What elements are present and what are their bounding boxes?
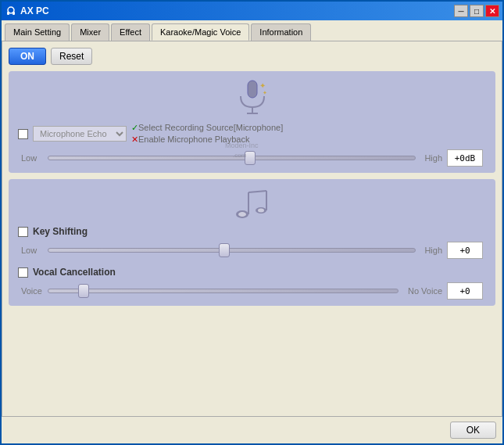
key-slider-high-label: High bbox=[420, 246, 442, 255]
mic-value-box[interactable]: +0dB bbox=[447, 149, 483, 167]
svg-rect-3 bbox=[248, 81, 257, 98]
close-button[interactable]: ✕ bbox=[485, 5, 499, 17]
mic-slider-low-label: Low bbox=[21, 153, 43, 163]
key-value-box[interactable]: +0 bbox=[447, 242, 483, 259]
headphones-icon bbox=[5, 5, 17, 17]
vocal-slider-row: Voice No Voice +0 bbox=[18, 282, 486, 300]
vocal-slider-thumb[interactable] bbox=[78, 284, 89, 298]
main-window: AX PC ─ □ ✕ Main Setting Mixer Effect Ka… bbox=[0, 0, 504, 445]
vocal-slider-novoice-label: No Voice bbox=[403, 286, 442, 296]
svg-rect-1 bbox=[7, 12, 9, 15]
mic-slider-high-label: High bbox=[420, 153, 442, 163]
tab-karaoke-magic-voice[interactable]: Karaoke/Magic Voice bbox=[152, 23, 249, 41]
minimize-button[interactable]: ─ bbox=[454, 5, 468, 17]
key-shifting-row: Key Shifting bbox=[18, 226, 486, 237]
status-select-recording: ✓Select Recording Source[Microphone] bbox=[131, 123, 283, 133]
tab-content: ON Reset ✦ ✦ Microphone Echo bbox=[2, 41, 502, 417]
tab-bar: Main Setting Mixer Effect Karaoke/Magic … bbox=[2, 20, 502, 41]
key-shifting-checkbox[interactable] bbox=[18, 227, 28, 237]
svg-text:✦: ✦ bbox=[259, 81, 266, 90]
microphone-icon: ✦ ✦ bbox=[233, 77, 272, 117]
key-slider-track[interactable] bbox=[48, 248, 416, 253]
microphone-checkbox[interactable] bbox=[18, 129, 28, 139]
vocal-slider-track[interactable] bbox=[48, 289, 399, 293]
svg-point-13 bbox=[258, 209, 264, 213]
title-bar-left: AX PC bbox=[5, 5, 49, 17]
tab-information[interactable]: Information bbox=[251, 23, 311, 41]
status-enable-playback: ✕Enable Microphone Playback bbox=[131, 135, 283, 145]
vocal-cancellation-checkbox[interactable] bbox=[18, 267, 28, 278]
window-title: AX PC bbox=[20, 5, 49, 16]
title-bar: AX PC ─ □ ✕ bbox=[2, 2, 502, 20]
mic-slider-thumb[interactable] bbox=[245, 151, 256, 165]
vocal-value-box[interactable]: +0 bbox=[447, 282, 483, 300]
toolbar: ON Reset bbox=[9, 48, 495, 65]
tab-effect[interactable]: Effect bbox=[111, 23, 150, 41]
mic-slider-track[interactable] bbox=[48, 156, 416, 160]
on-button[interactable]: ON bbox=[9, 48, 46, 65]
reset-button[interactable]: Reset bbox=[51, 48, 92, 65]
key-slider-low-label: Low bbox=[21, 246, 43, 255]
vocal-cancellation-row: Vocal Cancellation bbox=[18, 267, 486, 278]
karaoke-section: Key Shifting Low High +0 Vocal Cancellat… bbox=[9, 179, 495, 306]
vocal-slider-voice-label: Voice bbox=[21, 286, 43, 296]
music-icon bbox=[233, 188, 272, 220]
microphone-dropdown[interactable]: Microphone Echo bbox=[33, 126, 127, 142]
svg-point-11 bbox=[238, 212, 246, 217]
title-buttons: ─ □ ✕ bbox=[454, 5, 499, 17]
tab-mixer[interactable]: Mixer bbox=[71, 23, 109, 41]
vocal-cancellation-label: Vocal Cancellation bbox=[33, 267, 116, 278]
maximize-button[interactable]: □ bbox=[470, 5, 484, 17]
microphone-row: Microphone Echo ✓Select Recording Source… bbox=[18, 123, 486, 145]
bottom-bar: OK bbox=[2, 417, 502, 443]
microphone-slider-row: Low High +0dB bbox=[18, 149, 486, 167]
key-shifting-slider-row: Low High +0 bbox=[18, 242, 486, 259]
svg-line-16 bbox=[248, 191, 266, 192]
microphone-icon-container: ✦ ✦ bbox=[18, 77, 486, 117]
music-icon-container bbox=[18, 185, 486, 221]
ok-button[interactable]: OK bbox=[450, 422, 496, 439]
svg-rect-2 bbox=[13, 12, 15, 15]
key-slider-thumb[interactable] bbox=[219, 243, 230, 257]
microphone-section: ✦ ✦ Microphone Echo ✓Select Recording So… bbox=[9, 71, 495, 173]
tab-main-setting[interactable]: Main Setting bbox=[5, 23, 70, 41]
svg-text:✦: ✦ bbox=[263, 90, 267, 95]
key-shifting-label: Key Shifting bbox=[33, 226, 88, 237]
